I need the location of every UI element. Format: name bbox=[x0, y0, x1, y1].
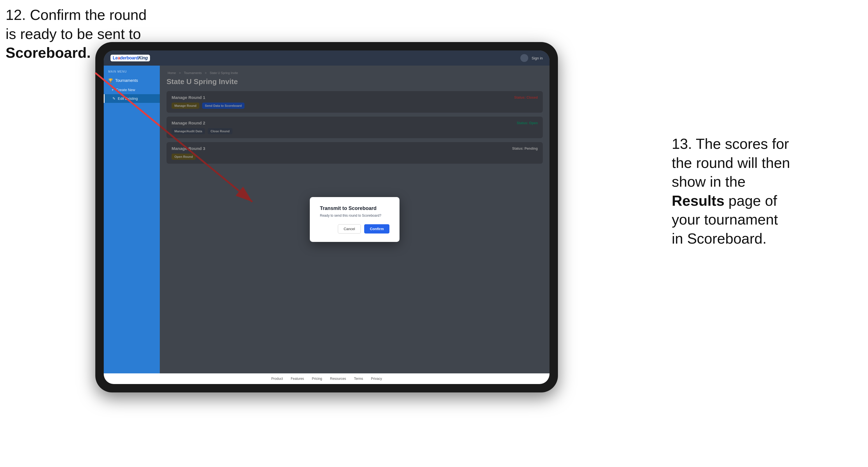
sidebar-item-tournaments[interactable]: 🏆 Tournaments bbox=[104, 75, 160, 86]
modal-subtitle: Ready to send this round to Scoreboard? bbox=[320, 214, 390, 218]
annotation-r3: show in the bbox=[672, 174, 745, 190]
top-nav: LeaderboardKing Sign in bbox=[104, 51, 550, 66]
footer-pricing[interactable]: Pricing bbox=[312, 377, 322, 381]
nav-right: Sign in bbox=[520, 54, 543, 62]
footer-privacy[interactable]: Privacy bbox=[371, 377, 382, 381]
footer-features[interactable]: Features bbox=[291, 377, 304, 381]
sidebar-menu-label: MAIN MENU bbox=[104, 70, 160, 75]
annotation-r-bold: Results bbox=[672, 193, 724, 209]
annotation-r5: your tournament bbox=[672, 211, 778, 228]
footer-terms[interactable]: Terms bbox=[354, 377, 363, 381]
sidebar-item-create-new[interactable]: + Create New bbox=[104, 86, 160, 94]
sidebar-create-label: Create New bbox=[116, 88, 135, 92]
modal-title: Transmit to Scoreboard bbox=[320, 206, 390, 211]
confirm-button[interactable]: Confirm bbox=[364, 224, 390, 234]
trophy-icon: 🏆 bbox=[108, 78, 113, 83]
sidebar: MAIN MENU 🏆 Tournaments + Create New ✎ E… bbox=[104, 66, 160, 373]
annotation-top: 12. Confirm the round is ready to be sen… bbox=[6, 6, 147, 63]
transmit-modal: Transmit to Scoreboard Ready to send thi… bbox=[310, 197, 400, 242]
footer-resources[interactable]: Resources bbox=[330, 377, 346, 381]
main-area: MAIN MENU 🏆 Tournaments + Create New ✎ E… bbox=[104, 66, 550, 373]
sidebar-item-edit-existing[interactable]: ✎ Edit Existing bbox=[104, 94, 160, 103]
modal-overlay: Transmit to Scoreboard Ready to send thi… bbox=[160, 66, 550, 373]
footer: Product Features Pricing Resources Terms… bbox=[104, 373, 550, 384]
tablet-screen: LeaderboardKing Sign in MAIN MENU 🏆 Tour… bbox=[104, 51, 550, 384]
annotation-r4: page of bbox=[728, 193, 777, 209]
annotation-line2: is ready to be sent to bbox=[6, 26, 141, 42]
annotation-right: 13. The scores for the round will then s… bbox=[672, 134, 862, 248]
avatar bbox=[520, 54, 528, 62]
annotation-r1: 13. The scores for bbox=[672, 136, 789, 152]
tablet-device: LeaderboardKing Sign in MAIN MENU 🏆 Tour… bbox=[95, 42, 558, 393]
sidebar-edit-label: Edit Existing bbox=[118, 96, 138, 101]
sign-in-link[interactable]: Sign in bbox=[532, 56, 543, 60]
footer-product[interactable]: Product bbox=[271, 377, 283, 381]
main-content: Home > Tournaments > State U Spring Invi… bbox=[160, 66, 550, 373]
cancel-button[interactable]: Cancel bbox=[338, 224, 361, 234]
edit-icon: ✎ bbox=[113, 96, 116, 101]
annotation-line1: 12. Confirm the round bbox=[6, 7, 147, 23]
annotation-bold: Scoreboard. bbox=[6, 44, 91, 61]
annotation-r6: in Scoreboard. bbox=[672, 230, 767, 247]
annotation-r2: the round will then bbox=[672, 155, 790, 171]
modal-buttons: Cancel Confirm bbox=[320, 224, 390, 234]
plus-icon: + bbox=[112, 88, 114, 92]
sidebar-tournaments-label: Tournaments bbox=[115, 78, 138, 83]
